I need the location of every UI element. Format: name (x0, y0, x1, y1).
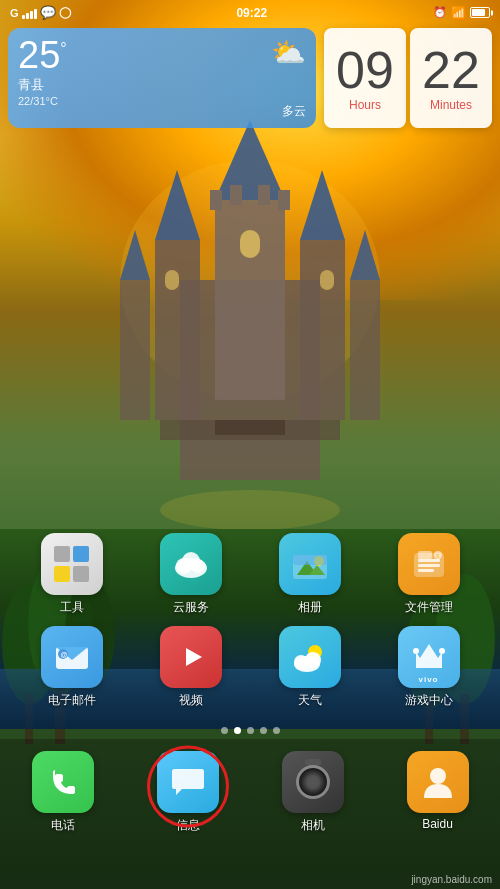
clock-hours: 09 (336, 44, 394, 96)
status-right: ⏰ 📶 (433, 6, 490, 20)
camera-lens (296, 765, 330, 799)
dock-phone[interactable]: 电话 (18, 751, 108, 834)
castle-image (100, 80, 400, 560)
email-label: 电子邮件 (48, 692, 96, 709)
signal-bar-3 (30, 11, 33, 19)
files-label: 文件管理 (405, 599, 453, 616)
svg-rect-41 (418, 551, 432, 559)
phone-icon (32, 751, 94, 813)
svg-rect-16 (210, 190, 222, 210)
status-left: G 💬 ◯ (10, 5, 71, 20)
svg-rect-39 (293, 555, 327, 565)
signal-bars (22, 7, 37, 19)
contacts-icon (407, 751, 469, 813)
phone-svg (47, 766, 79, 798)
status-bar: G 💬 ◯ 09:22 ⏰ 📶 (0, 0, 500, 25)
svg-rect-13 (165, 270, 179, 290)
svg-point-34 (182, 552, 200, 570)
clock-minutes-card: 22 Minutes (410, 28, 492, 128)
phone-label: 电话 (51, 817, 75, 834)
svg-point-55 (305, 652, 321, 668)
wechat-icon: 💬 (40, 5, 56, 20)
weather-app-svg (291, 640, 329, 674)
svg-marker-3 (215, 120, 285, 200)
album-svg (291, 547, 329, 581)
status-time: 09:22 (236, 6, 267, 20)
vivo-svg (408, 638, 450, 676)
app-cloud[interactable]: 云服务 (146, 533, 236, 616)
svg-rect-14 (320, 270, 334, 290)
message-label: 信息 (176, 817, 200, 834)
dot-2 (234, 727, 241, 734)
watermark: jingyan.baidu.com (411, 874, 492, 885)
weather-app-label: 天气 (298, 692, 322, 709)
svg-marker-56 (416, 644, 442, 668)
files-svg: ≡ (410, 547, 448, 581)
album-label: 相册 (298, 599, 322, 616)
weather-range: 22/31°C (18, 95, 306, 107)
svg-rect-42 (418, 559, 440, 562)
tool-sq-4 (73, 566, 89, 582)
battery-indicator (470, 7, 490, 18)
camera-icon (282, 751, 344, 813)
camera-label: 相机 (301, 817, 325, 834)
svg-text:≡: ≡ (436, 553, 440, 559)
weather-temp: 25° (18, 36, 306, 74)
alarm-icon: ⏰ (433, 6, 447, 19)
clock-minutes-label: Minutes (430, 98, 472, 112)
contacts-label: Baidu (422, 817, 453, 831)
signal-bar-2 (26, 13, 29, 19)
page-dots (0, 727, 500, 734)
files-icon: ≡ (398, 533, 460, 595)
signal-bar-1 (22, 15, 25, 19)
signal-bar-4 (34, 9, 37, 19)
svg-rect-19 (278, 190, 290, 210)
svg-rect-8 (120, 280, 150, 420)
app-email[interactable]: @ 电子邮件 (27, 626, 117, 709)
message-svg (170, 765, 206, 799)
video-icon (160, 626, 222, 688)
battery-fill (472, 9, 485, 16)
app-row-1: 工具 云服务 (12, 533, 488, 616)
clock-minutes: 22 (422, 44, 480, 96)
app-vivo[interactable]: vivo 游戏中心 (384, 626, 474, 709)
svg-marker-51 (186, 648, 202, 666)
email-icon: @ (41, 626, 103, 688)
tools-label: 工具 (60, 599, 84, 616)
dock-message[interactable]: 信息 (143, 751, 233, 834)
tool-sq-2 (73, 546, 89, 562)
email-svg: @ (53, 642, 91, 672)
video-svg (172, 638, 210, 676)
svg-point-57 (413, 648, 419, 654)
svg-rect-12 (240, 230, 260, 258)
weather-app-icon (279, 626, 341, 688)
dot-3 (247, 727, 254, 734)
album-icon (279, 533, 341, 595)
tool-sq-1 (54, 546, 70, 562)
app-weather[interactable]: 天气 (265, 626, 355, 709)
dock-camera[interactable]: 相机 (268, 751, 358, 834)
cloud-icon (160, 533, 222, 595)
app-files[interactable]: ≡ 文件管理 (384, 533, 474, 616)
camera-inner (282, 751, 344, 813)
clock-hours-label: Hours (349, 98, 381, 112)
svg-rect-6 (300, 240, 345, 420)
wifi-icon: 📶 (451, 6, 466, 20)
app-album[interactable]: 相册 (265, 533, 355, 616)
carrier-text: G (10, 7, 19, 19)
dot-1 (221, 727, 228, 734)
weather-widget[interactable]: ⛅ 25° 青县 22/31°C 多云 (8, 28, 316, 128)
app-row-2: @ 电子邮件 视频 (12, 626, 488, 709)
dot-4 (260, 727, 267, 734)
dock-contacts[interactable]: Baidu (393, 751, 483, 831)
svg-rect-44 (418, 569, 434, 572)
vivo-icon-box: vivo (398, 626, 460, 688)
cloud-label: 云服务 (173, 599, 209, 616)
weather-city: 青县 (18, 76, 306, 94)
bottom-dock: 电话 信息 相机 Baidu (0, 739, 500, 889)
notification-icon: ◯ (59, 6, 71, 19)
contacts-svg (420, 764, 456, 800)
app-video[interactable]: 视频 (146, 626, 236, 709)
vivo-label: 游戏中心 (405, 692, 453, 709)
app-tools[interactable]: 工具 (27, 533, 117, 616)
